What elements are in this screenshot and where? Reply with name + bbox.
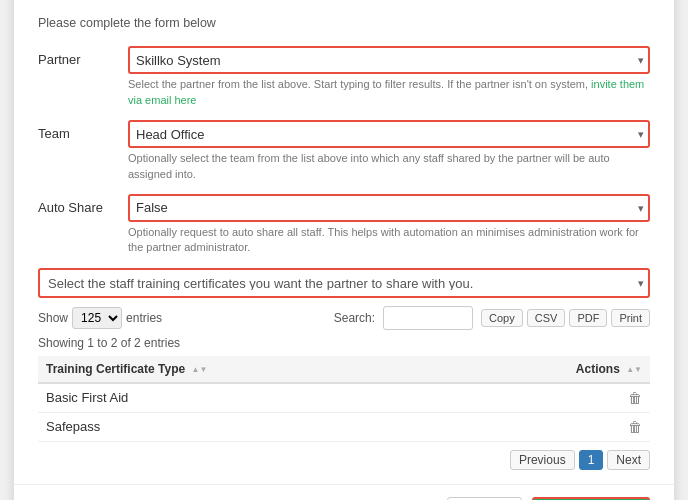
print-button[interactable]: Print: [611, 309, 650, 327]
table-header-row: Training Certificate Type ▲▼ Actions ▲▼: [38, 356, 650, 383]
action-cell: 🗑: [456, 383, 650, 413]
table-action-buttons: Copy CSV PDF Print: [481, 309, 650, 327]
cert-select-wrapper: Select the staff training certificates y…: [38, 268, 650, 298]
copy-button[interactable]: Copy: [481, 309, 523, 327]
current-page: 1: [579, 450, 604, 470]
cert-table: Training Certificate Type ▲▼ Actions ▲▼ …: [38, 356, 650, 442]
team-hint: Optionally select the team from the list…: [128, 151, 650, 182]
col-cert-type[interactable]: Training Certificate Type ▲▼: [38, 356, 456, 383]
auto-share-control-wrap: False ▾ Optionally request to auto share…: [128, 194, 650, 256]
search-area: Search: Copy CSV PDF Print: [334, 306, 650, 330]
cert-name-cell: Safepass: [38, 412, 456, 441]
team-control-wrap: Head Office ▾ Optionally select the team…: [128, 120, 650, 182]
action-cell: 🗑: [456, 412, 650, 441]
modal-footer: Cancel Send Request: [14, 484, 674, 500]
partner-field-group: Partner Skillko System ▾ Select the part…: [38, 46, 650, 108]
auto-share-label: Auto Share: [38, 194, 128, 215]
partner-select[interactable]: Skillko System: [128, 46, 650, 74]
partner-label: Partner: [38, 46, 128, 67]
partner-control-wrap: Skillko System ▾ Select the partner from…: [128, 46, 650, 108]
entries-info: Showing 1 to 2 of 2 entries: [38, 336, 650, 350]
table-body: Basic First Aid 🗑 Safepass 🗑: [38, 383, 650, 442]
actions-sort-icon: ▲▼: [626, 366, 642, 374]
cert-name-cell: Basic First Aid: [38, 383, 456, 413]
delete-icon[interactable]: 🗑: [628, 419, 642, 435]
previous-page-button[interactable]: Previous: [510, 450, 575, 470]
csv-button[interactable]: CSV: [527, 309, 566, 327]
auto-share-select[interactable]: False: [128, 194, 650, 222]
form-description: Please complete the form below: [38, 16, 650, 30]
show-label: Show: [38, 311, 68, 325]
cert-type-sort-icon: ▲▼: [192, 366, 208, 374]
team-select-wrapper: Head Office ▾: [128, 120, 650, 148]
pdf-button[interactable]: PDF: [569, 309, 607, 327]
table-row: Basic First Aid 🗑: [38, 383, 650, 413]
partner-select-wrapper: Skillko System ▾: [128, 46, 650, 74]
table-controls: Show 125 entries Search: Copy CSV PDF Pr…: [38, 306, 650, 330]
modal-body: Please complete the form below Partner S…: [14, 2, 674, 483]
partner-hint: Select the partner from the list above. …: [128, 77, 650, 108]
show-entries-control: Show 125 entries: [38, 307, 162, 329]
modal-container: Create a Staff Share Request Please comp…: [14, 0, 674, 500]
cert-dropdown-wrapper: Select the staff training certificates y…: [38, 268, 650, 298]
col-actions[interactable]: Actions ▲▼: [456, 356, 650, 383]
search-input[interactable]: [383, 306, 473, 330]
cert-select[interactable]: Select the staff training certificates y…: [38, 268, 650, 298]
auto-share-field-group: Auto Share False ▾ Optionally request to…: [38, 194, 650, 256]
team-select[interactable]: Head Office: [128, 120, 650, 148]
delete-icon[interactable]: 🗑: [628, 390, 642, 406]
team-field-group: Team Head Office ▾ Optionally select the…: [38, 120, 650, 182]
search-label: Search:: [334, 311, 375, 325]
next-page-button[interactable]: Next: [607, 450, 650, 470]
auto-share-select-wrapper: False ▾: [128, 194, 650, 222]
table-row: Safepass 🗑: [38, 412, 650, 441]
team-label: Team: [38, 120, 128, 141]
entries-label: entries: [126, 311, 162, 325]
pagination: Previous 1 Next: [38, 450, 650, 470]
auto-share-hint: Optionally request to auto share all sta…: [128, 225, 650, 256]
entries-select[interactable]: 125: [72, 307, 122, 329]
